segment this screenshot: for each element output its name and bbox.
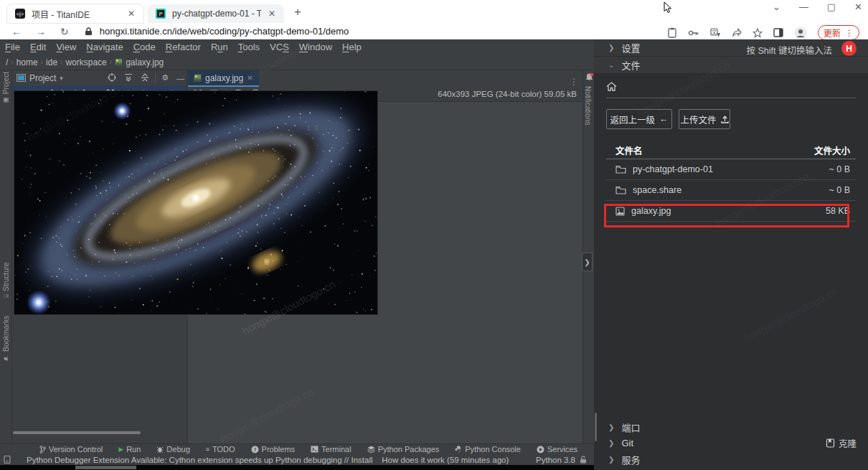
chrome-menu-icon[interactable]: ⋮: [845, 28, 854, 38]
file-table: 文件名 文件大小 py-chatgpt-demo-01 ~ 0 B space.…: [606, 142, 856, 222]
tab-close-icon[interactable]: ✕: [126, 9, 136, 19]
todo-icon: ≡: [206, 446, 209, 453]
bookmark-star-icon[interactable]: [753, 28, 763, 38]
tool-todo[interactable]: ≡TODO: [206, 445, 235, 453]
tool-python-packages[interactable]: Python Packages: [367, 445, 440, 453]
home-icon[interactable]: [606, 82, 617, 91]
clipboard-icon[interactable]: [667, 27, 677, 38]
gear-icon[interactable]: ⚙: [159, 73, 171, 83]
unlock-icon[interactable]: [580, 456, 587, 464]
svg-text:!: !: [254, 446, 256, 453]
browser-tab-titanide[interactable]: <|> 项目 - TitanIDE ✕: [7, 4, 143, 23]
menu-file[interactable]: File: [0, 42, 25, 52]
breadcrumb-ide[interactable]: ide: [46, 57, 57, 67]
notifications-bell-icon[interactable]: [585, 72, 594, 82]
titanide-side-panel: ❯ 设置 ⌄ 文件: [594, 39, 868, 470]
url-text[interactable]: hongxi.titanide.cn/ide/web/coding/py-cha…: [100, 26, 349, 37]
menu-help[interactable]: Help: [337, 42, 367, 52]
window-maximize-icon[interactable]: ▢: [827, 1, 836, 12]
section-files[interactable]: ⌄ 文件: [594, 57, 868, 74]
menu-edit[interactable]: Edit: [25, 42, 51, 52]
file-row-folder[interactable]: py-chatgpt-demo-01 ~ 0 B: [606, 159, 856, 180]
menu-vcs[interactable]: VCS: [265, 42, 294, 52]
breadcrumb-home[interactable]: home: [16, 57, 38, 67]
menu-code[interactable]: Code: [128, 42, 161, 52]
editor-tab-bar: galaxy.jpg ✕ ⋮: [188, 70, 582, 87]
section-services[interactable]: ❯ 服务: [594, 451, 868, 467]
stripe-project[interactable]: ▣ Project: [2, 72, 10, 104]
tab-options-icon[interactable]: ⋮: [570, 77, 582, 87]
menu-refactor[interactable]: Refactor: [161, 42, 206, 52]
expand-all-icon[interactable]: [122, 73, 135, 83]
python-interpreter[interactable]: Python 3.8: [536, 456, 575, 464]
event-log-icon[interactable]: [4, 456, 11, 464]
tool-terminal[interactable]: Terminal: [311, 445, 352, 453]
tool-services[interactable]: Services: [537, 445, 577, 453]
new-tab-button[interactable]: +: [294, 5, 301, 19]
tool-debug[interactable]: Debug: [156, 445, 189, 453]
collapse-all-icon[interactable]: [138, 73, 151, 83]
share-icon[interactable]: [732, 28, 742, 37]
panel-scrollbar[interactable]: [595, 413, 597, 441]
hide-panel-icon[interactable]: —: [174, 74, 187, 83]
menu-run[interactable]: Run: [206, 42, 233, 52]
ide-menubar: FileEditViewNavigateCodeRefactorRunTools…: [0, 39, 594, 55]
password-key-icon[interactable]: [688, 29, 699, 37]
forward-icon[interactable]: →: [36, 26, 46, 37]
project-panel-title[interactable]: Project: [29, 73, 56, 83]
profile-avatar-icon[interactable]: [794, 27, 807, 39]
browser-tab-project[interactable]: P py-chatgpt-demo-01 - TitanID ✕: [148, 4, 284, 23]
status-message: Python Debugger Extension Available: Cyt…: [27, 456, 509, 464]
project-scrollbar[interactable]: [13, 431, 141, 434]
close-icon[interactable]: ✕: [247, 74, 253, 82]
menu-tools[interactable]: Tools: [233, 42, 265, 52]
tool-problems[interactable]: !Problems: [251, 445, 295, 453]
how-it-works-link[interactable]: How does it work (59 minutes ago): [382, 456, 509, 464]
tool-run[interactable]: ▶Run: [118, 445, 141, 453]
window-close-icon[interactable]: ✕: [854, 1, 862, 12]
breadcrumb-root[interactable]: /: [6, 57, 8, 67]
menu-navigate[interactable]: Navigate: [81, 42, 128, 52]
breadcrumb-file[interactable]: galaxy.jpg: [126, 57, 164, 67]
svg-text:<|>: <|>: [16, 11, 24, 17]
branch-icon: [39, 446, 46, 453]
stripe-notifications[interactable]: Notifications: [584, 86, 592, 125]
window-menu-icon[interactable]: ⌄: [773, 1, 780, 12]
user-avatar[interactable]: H: [841, 41, 857, 56]
breadcrumb-workspace[interactable]: workspace: [65, 57, 106, 67]
upload-file-button[interactable]: 上传文件: [679, 109, 730, 129]
expand-panel-button[interactable]: ❯: [582, 253, 593, 271]
window-minimize-icon[interactable]: —: [799, 1, 808, 12]
section-git[interactable]: ❯ Git 克隆: [594, 435, 868, 451]
status-bar: Python Debugger Extension Available: Cyt…: [0, 454, 594, 465]
folder-icon: ▣: [3, 97, 10, 104]
tool-python-console[interactable]: Python Console: [455, 445, 521, 453]
titanide-favicon: <|>: [14, 8, 26, 19]
editor-tab-label: galaxy.jpg: [205, 73, 243, 83]
back-icon[interactable]: ←: [11, 26, 22, 37]
file-row-folder[interactable]: space.share ~ 0 B: [606, 180, 856, 201]
menu-window[interactable]: Window: [294, 42, 337, 52]
reload-icon[interactable]: ↻: [60, 26, 69, 37]
screen: <|> 项目 - TitanIDE ✕ P py-chatgpt-demo-01…: [0, 0, 868, 470]
stripe-structure[interactable]: ⌸ Structure: [2, 262, 10, 298]
tab-close-icon[interactable]: ✕: [267, 9, 277, 19]
tool-version-control[interactable]: Version Control: [39, 445, 103, 453]
menu-view[interactable]: View: [51, 42, 81, 52]
git-clone-button[interactable]: 克隆: [826, 436, 868, 450]
horizontal-scrollbar[interactable]: [75, 466, 136, 469]
locate-file-icon[interactable]: [105, 73, 118, 83]
section-ports[interactable]: ❯ 端口: [594, 419, 868, 435]
install-link[interactable]: Install: [351, 456, 372, 464]
stripe-bookmarks[interactable]: ⚑ Bookmarks: [2, 316, 10, 362]
file-row-image-highlighted[interactable]: galaxy.jpg 58 KB: [606, 201, 856, 222]
arrow-left-icon: ←: [659, 114, 669, 124]
chevron-right-icon: ❯: [608, 439, 614, 447]
chevron-down-icon[interactable]: ▾: [60, 75, 63, 82]
editor-tab-galaxy[interactable]: galaxy.jpg ✕: [188, 70, 259, 87]
translate-icon[interactable]: 文: [710, 28, 721, 38]
side-panel-icon[interactable]: [773, 28, 783, 37]
back-parent-button[interactable]: 返回上一级 ←: [606, 109, 672, 129]
chrome-update-button[interactable]: 更新 ⋮: [818, 25, 859, 40]
chevron-right-icon: ❯: [608, 423, 614, 431]
